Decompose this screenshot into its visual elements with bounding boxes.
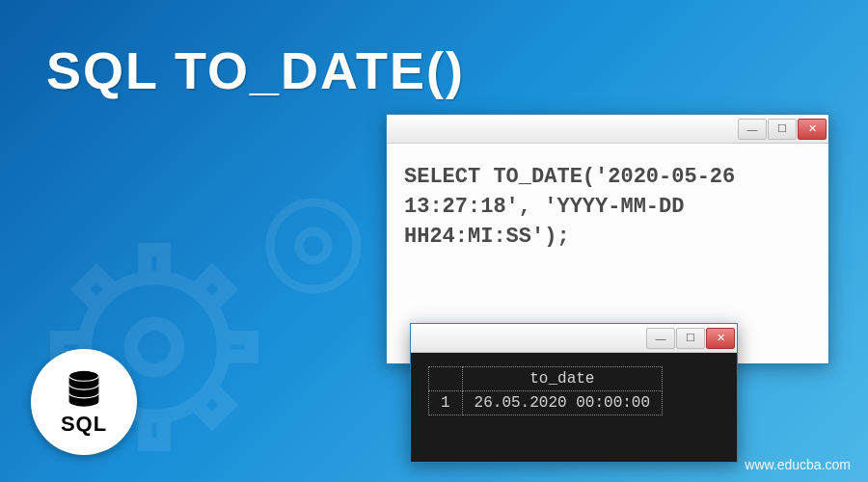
sql-badge: SQL [31,349,137,455]
row-index-cell: 1 [429,391,463,415]
close-button[interactable]: ✕ [706,328,735,349]
editor-titlebar: — ☐ ✕ [387,115,828,144]
result-table: to_date 1 26.05.2020 00:00:00 [428,366,663,415]
row-value-cell: 26.05.2020 00:00:00 [462,391,662,415]
table-header-row: to_date [429,367,663,391]
result-titlebar: — ☐ ✕ [411,324,737,353]
watermark: www.educba.com [745,457,851,472]
svg-rect-2 [145,250,163,278]
svg-rect-5 [224,337,252,356]
svg-point-10 [270,202,357,289]
sql-code-content: SELECT TO_DATE('2020-05-26 13:27:18', 'Y… [387,144,828,271]
table-row: 1 26.05.2020 00:00:00 [429,391,663,415]
minimize-button[interactable]: — [738,119,767,140]
svg-point-11 [299,231,328,260]
result-content: to_date 1 26.05.2020 00:00:00 [411,353,737,429]
maximize-button[interactable]: ☐ [676,328,705,349]
svg-point-1 [131,324,177,370]
close-button[interactable]: ✕ [798,119,827,140]
minimize-button[interactable]: — [646,328,675,349]
column-header: to_date [462,367,662,391]
result-window: — ☐ ✕ to_date 1 26.05.2020 00:00:00 [410,323,738,463]
sql-badge-label: SQL [61,412,107,437]
svg-rect-3 [145,416,163,444]
svg-rect-6 [80,273,113,306]
svg-rect-9 [196,388,229,421]
row-index-header [429,367,463,391]
page-title: SQL TO_DATE() [46,40,465,100]
gear-decoration-small [241,174,386,318]
database-icon [63,367,105,410]
maximize-button[interactable]: ☐ [768,119,797,140]
svg-rect-7 [196,273,229,306]
